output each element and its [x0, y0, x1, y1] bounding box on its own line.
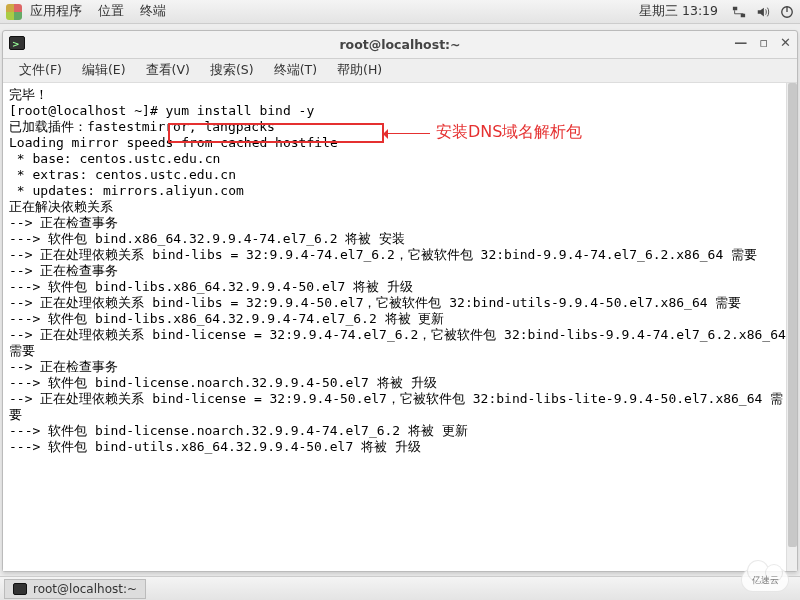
activities-icon[interactable]	[6, 4, 22, 20]
menu-search[interactable]: 搜索(S)	[200, 62, 264, 79]
terminal-body[interactable]: 完毕！ [root@localhost ~]# yum install bind…	[3, 83, 797, 571]
network-icon[interactable]	[732, 5, 746, 19]
svg-rect-0	[733, 6, 737, 10]
menu-edit[interactable]: 编辑(E)	[72, 62, 136, 79]
terminal-line: ---> 软件包 bind-libs.x86_64.32.9.9.4-74.el…	[9, 311, 444, 326]
taskbar-button-terminal[interactable]: root@localhost:~	[4, 579, 146, 599]
window-titlebar[interactable]: root@localhost:~ — ▫ ✕	[3, 31, 797, 59]
terminal-window: root@localhost:~ — ▫ ✕ 文件(F) 编辑(E) 查看(V)…	[2, 30, 798, 572]
terminal-line: 已加载插件：fastestmirror, langpacks	[9, 119, 275, 134]
terminal-line: --> 正在检查事务	[9, 359, 118, 374]
terminal-line: 正在解决依赖关系	[9, 199, 113, 214]
terminal-line: --> 正在处理依赖关系 bind-libs = 32:9.9.4-74.el7…	[9, 247, 757, 262]
terminal-line: --> 正在处理依赖关系 bind-license = 32:9.9.4-50.…	[9, 391, 783, 422]
window-minimize-button[interactable]: —	[734, 35, 747, 50]
scrollbar-thumb[interactable]	[788, 83, 797, 547]
panel-menu-terminal[interactable]: 终端	[132, 3, 174, 20]
terminal-line: ---> 软件包 bind-libs.x86_64.32.9.9.4-50.el…	[9, 279, 413, 294]
window-maximize-button[interactable]: ▫	[759, 35, 768, 50]
terminal-line: Loading mirror speeds from cached hostfi…	[9, 135, 338, 150]
terminal-line: * extras: centos.ustc.edu.cn	[9, 167, 236, 182]
power-icon[interactable]	[780, 5, 794, 19]
system-tray	[726, 5, 794, 19]
terminal-scrollbar[interactable]	[786, 83, 797, 571]
terminal-icon	[9, 36, 25, 50]
terminal-line: ---> 软件包 bind-license.noarch.32.9.9.4-74…	[9, 423, 468, 438]
menu-help[interactable]: 帮助(H)	[327, 62, 392, 79]
annotation-text: 安装DNS域名解析包	[436, 122, 582, 143]
volume-icon[interactable]	[756, 5, 770, 19]
terminal-line: ---> 软件包 bind-license.noarch.32.9.9.4-50…	[9, 375, 437, 390]
window-title: root@localhost:~	[339, 37, 460, 52]
gnome-top-panel: 应用程序 位置 终端 星期三 13:19	[0, 0, 800, 24]
terminal-line: ---> 软件包 bind-utils.x86_64.32.9.9.4-50.e…	[9, 439, 421, 454]
terminal-line: * updates: mirrors.aliyun.com	[9, 183, 244, 198]
gnome-bottom-panel: root@localhost:~	[0, 576, 800, 600]
terminal-line: * base: centos.ustc.edu.cn	[9, 151, 220, 166]
clock[interactable]: 星期三 13:19	[631, 3, 726, 20]
menu-file[interactable]: 文件(F)	[9, 62, 72, 79]
menu-terminal[interactable]: 终端(T)	[264, 62, 327, 79]
menu-view[interactable]: 查看(V)	[136, 62, 200, 79]
terminal-line: --> 正在处理依赖关系 bind-libs = 32:9.9.4-50.el7…	[9, 295, 741, 310]
terminal-line: [root@localhost ~]# yum install bind -y	[9, 103, 314, 118]
terminal-icon	[13, 583, 27, 595]
terminal-line: ---> 软件包 bind.x86_64.32.9.9.4-74.el7_6.2…	[9, 231, 405, 246]
panel-menu-places[interactable]: 位置	[90, 3, 132, 20]
terminal-line: 完毕！	[9, 87, 48, 102]
taskbar-button-label: root@localhost:~	[33, 582, 137, 596]
terminal-menubar: 文件(F) 编辑(E) 查看(V) 搜索(S) 终端(T) 帮助(H)	[3, 59, 797, 83]
terminal-line: --> 正在处理依赖关系 bind-license = 32:9.9.4-74.…	[9, 327, 794, 358]
terminal-line: --> 正在检查事务	[9, 263, 118, 278]
window-close-button[interactable]: ✕	[780, 35, 791, 50]
panel-menu-apps[interactable]: 应用程序	[22, 3, 90, 20]
terminal-line: --> 正在检查事务	[9, 215, 118, 230]
svg-rect-1	[741, 13, 745, 17]
